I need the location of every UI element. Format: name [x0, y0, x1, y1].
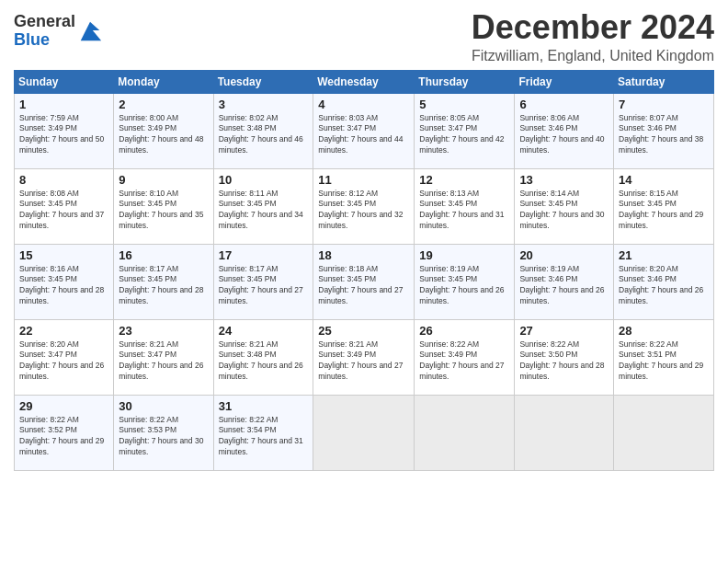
logo: General Blue — [14, 13, 103, 50]
header-row: Sunday Monday Tuesday Wednesday Thursday… — [15, 70, 714, 93]
col-tuesday: Tuesday — [213, 70, 313, 93]
day-detail: Sunrise: 8:12 AMSunset: 3:45 PMDaylight:… — [318, 189, 409, 233]
calendar-cell: 16 Sunrise: 8:17 AMSunset: 3:45 PMDaylig… — [114, 244, 213, 319]
calendar-cell: 25 Sunrise: 8:21 AMSunset: 3:49 PMDaylig… — [313, 319, 415, 395]
week-row-4: 22 Sunrise: 8:20 AMSunset: 3:47 PMDaylig… — [15, 319, 714, 395]
day-detail: Sunrise: 8:03 AMSunset: 3:47 PMDaylight:… — [318, 113, 409, 157]
day-number: 4 — [318, 98, 409, 111]
day-number: 26 — [419, 324, 509, 338]
day-number: 29 — [19, 399, 108, 413]
calendar-header: Sunday Monday Tuesday Wednesday Thursday… — [15, 70, 714, 93]
day-number: 10 — [219, 173, 309, 187]
day-number: 1 — [19, 98, 108, 111]
col-monday: Monday — [114, 70, 213, 93]
calendar-cell: 20 Sunrise: 8:19 AMSunset: 3:46 PMDaylig… — [515, 244, 614, 319]
svg-marker-0 — [81, 22, 101, 41]
day-detail: Sunrise: 8:14 AMSunset: 3:45 PMDaylight:… — [519, 189, 609, 233]
calendar-cell: 9 Sunrise: 8:10 AMSunset: 3:45 PMDayligh… — [114, 168, 213, 244]
calendar-cell: 10 Sunrise: 8:11 AMSunset: 3:45 PMDaylig… — [213, 168, 313, 244]
calendar-cell: 14 Sunrise: 8:15 AMSunset: 3:45 PMDaylig… — [614, 168, 714, 244]
calendar-cell: 19 Sunrise: 8:19 AMSunset: 3:45 PMDaylig… — [415, 244, 515, 319]
col-friday: Friday — [515, 70, 614, 93]
day-number: 20 — [519, 248, 609, 262]
day-number: 8 — [19, 173, 108, 187]
calendar-cell: 21 Sunrise: 8:20 AMSunset: 3:46 PMDaylig… — [614, 244, 714, 319]
day-number: 3 — [219, 98, 309, 111]
logo-blue: Blue — [14, 30, 50, 49]
calendar-cell — [614, 395, 714, 470]
page: General Blue December 2024 Fitzwilliam, … — [0, 0, 728, 563]
week-row-3: 15 Sunrise: 8:16 AMSunset: 3:45 PMDaylig… — [15, 244, 714, 319]
day-detail: Sunrise: 8:11 AMSunset: 3:45 PMDaylight:… — [219, 189, 309, 233]
day-detail: Sunrise: 8:02 AMSunset: 3:48 PMDaylight:… — [219, 113, 309, 157]
calendar-cell: 18 Sunrise: 8:18 AMSunset: 3:45 PMDaylig… — [313, 244, 415, 319]
logo-icon — [77, 18, 103, 44]
day-detail: Sunrise: 8:18 AMSunset: 3:45 PMDaylight:… — [318, 264, 409, 308]
calendar-table: Sunday Monday Tuesday Wednesday Thursday… — [14, 70, 714, 471]
calendar-cell: 12 Sunrise: 8:13 AMSunset: 3:45 PMDaylig… — [415, 168, 515, 244]
day-number: 25 — [318, 324, 409, 338]
calendar-cell: 28 Sunrise: 8:22 AMSunset: 3:51 PMDaylig… — [614, 319, 714, 395]
day-number: 6 — [519, 98, 609, 111]
day-detail: Sunrise: 8:22 AMSunset: 3:51 PMDaylight:… — [619, 339, 709, 384]
day-number: 7 — [619, 98, 709, 111]
day-detail: Sunrise: 8:06 AMSunset: 3:46 PMDaylight:… — [519, 113, 609, 157]
calendar-cell: 27 Sunrise: 8:22 AMSunset: 3:50 PMDaylig… — [515, 319, 614, 395]
calendar-cell: 7 Sunrise: 8:07 AMSunset: 3:46 PMDayligh… — [614, 93, 714, 168]
day-number: 23 — [119, 324, 208, 338]
calendar-cell: 4 Sunrise: 8:03 AMSunset: 3:47 PMDayligh… — [313, 93, 415, 168]
day-detail: Sunrise: 8:21 AMSunset: 3:49 PMDaylight:… — [318, 339, 409, 384]
day-number: 28 — [619, 324, 709, 338]
day-detail: Sunrise: 8:05 AMSunset: 3:47 PMDaylight:… — [419, 113, 509, 157]
col-saturday: Saturday — [614, 70, 714, 93]
day-detail: Sunrise: 8:17 AMSunset: 3:45 PMDaylight:… — [219, 264, 309, 308]
day-number: 12 — [419, 173, 509, 187]
col-thursday: Thursday — [415, 70, 515, 93]
calendar-cell: 31 Sunrise: 8:22 AMSunset: 3:54 PMDaylig… — [213, 395, 313, 470]
day-detail: Sunrise: 8:22 AMSunset: 3:52 PMDaylight:… — [19, 415, 108, 459]
calendar-cell: 5 Sunrise: 8:05 AMSunset: 3:47 PMDayligh… — [415, 93, 515, 168]
calendar-cell: 22 Sunrise: 8:20 AMSunset: 3:47 PMDaylig… — [15, 319, 114, 395]
day-number: 15 — [19, 248, 108, 262]
calendar-cell — [415, 395, 515, 470]
day-detail: Sunrise: 8:19 AMSunset: 3:46 PMDaylight:… — [519, 264, 609, 308]
calendar-cell: 30 Sunrise: 8:22 AMSunset: 3:53 PMDaylig… — [114, 395, 213, 470]
day-number: 27 — [519, 324, 609, 338]
calendar-cell: 13 Sunrise: 8:14 AMSunset: 3:45 PMDaylig… — [515, 168, 614, 244]
month-title: December 2024 — [472, 9, 714, 46]
day-number: 5 — [419, 98, 509, 111]
day-number: 2 — [119, 98, 208, 111]
day-detail: Sunrise: 8:17 AMSunset: 3:45 PMDaylight:… — [119, 264, 208, 308]
day-number: 18 — [318, 248, 409, 262]
day-number: 24 — [219, 324, 309, 338]
calendar-cell: 3 Sunrise: 8:02 AMSunset: 3:48 PMDayligh… — [213, 93, 313, 168]
calendar-cell: 15 Sunrise: 8:16 AMSunset: 3:45 PMDaylig… — [15, 244, 114, 319]
day-number: 13 — [519, 173, 609, 187]
title-block: December 2024 Fitzwilliam, England, Unit… — [472, 9, 714, 64]
day-number: 16 — [119, 248, 208, 262]
day-number: 22 — [19, 324, 108, 338]
calendar-cell: 29 Sunrise: 8:22 AMSunset: 3:52 PMDaylig… — [15, 395, 114, 470]
day-detail: Sunrise: 8:00 AMSunset: 3:49 PMDaylight:… — [119, 113, 208, 157]
day-number: 9 — [119, 173, 208, 187]
day-detail: Sunrise: 8:15 AMSunset: 3:45 PMDaylight:… — [619, 189, 709, 233]
day-detail: Sunrise: 8:20 AMSunset: 3:47 PMDaylight:… — [19, 339, 108, 384]
day-detail: Sunrise: 8:08 AMSunset: 3:45 PMDaylight:… — [19, 189, 108, 233]
header: General Blue December 2024 Fitzwilliam, … — [14, 9, 714, 64]
day-detail: Sunrise: 8:22 AMSunset: 3:53 PMDaylight:… — [119, 415, 208, 459]
col-sunday: Sunday — [15, 70, 114, 93]
day-detail: Sunrise: 7:59 AMSunset: 3:49 PMDaylight:… — [19, 113, 108, 157]
calendar-cell: 2 Sunrise: 8:00 AMSunset: 3:49 PMDayligh… — [114, 93, 213, 168]
day-detail: Sunrise: 8:19 AMSunset: 3:45 PMDaylight:… — [419, 264, 509, 308]
calendar-cell: 8 Sunrise: 8:08 AMSunset: 3:45 PMDayligh… — [15, 168, 114, 244]
calendar-cell: 24 Sunrise: 8:21 AMSunset: 3:48 PMDaylig… — [213, 319, 313, 395]
calendar-cell — [313, 395, 415, 470]
day-detail: Sunrise: 8:13 AMSunset: 3:45 PMDaylight:… — [419, 189, 509, 233]
logo-general: General — [14, 12, 75, 30]
day-number: 21 — [619, 248, 709, 262]
day-detail: Sunrise: 8:20 AMSunset: 3:46 PMDaylight:… — [619, 264, 709, 308]
calendar-cell: 6 Sunrise: 8:06 AMSunset: 3:46 PMDayligh… — [515, 93, 614, 168]
day-detail: Sunrise: 8:16 AMSunset: 3:45 PMDaylight:… — [19, 264, 108, 308]
day-number: 31 — [219, 399, 309, 413]
day-detail: Sunrise: 8:21 AMSunset: 3:47 PMDaylight:… — [119, 339, 208, 384]
